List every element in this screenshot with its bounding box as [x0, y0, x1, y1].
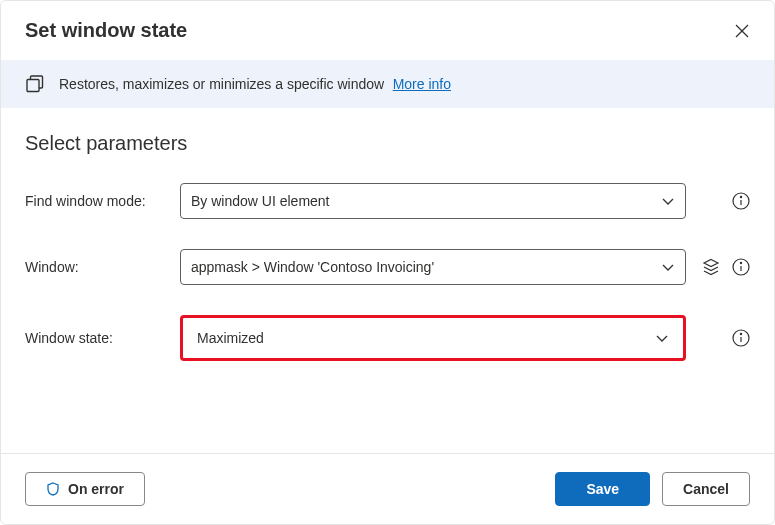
dropdown-find-mode[interactable]: By window UI element	[180, 183, 686, 219]
layers-icon[interactable]	[702, 258, 720, 276]
svg-rect-3	[27, 80, 39, 92]
dialog-header: Set window state	[1, 1, 774, 60]
banner-text: Restores, maximizes or minimizes a speci…	[59, 76, 384, 92]
shield-icon	[46, 482, 60, 496]
label-window-state: Window state:	[25, 330, 180, 346]
save-label: Save	[586, 481, 619, 497]
save-button[interactable]: Save	[555, 472, 650, 506]
info-banner: Restores, maximizes or minimizes a speci…	[1, 60, 774, 108]
banner-text-wrap: Restores, maximizes or minimizes a speci…	[59, 75, 451, 93]
on-error-button[interactable]: On error	[25, 472, 145, 506]
cancel-button[interactable]: Cancel	[662, 472, 750, 506]
row-actions-find-mode	[700, 192, 750, 210]
row-find-mode: Find window mode: By window UI element	[25, 183, 750, 219]
chevron-down-icon	[655, 331, 669, 345]
chevron-down-icon	[661, 260, 675, 274]
cancel-label: Cancel	[683, 481, 729, 497]
dropdown-window-state[interactable]: Maximized	[180, 315, 686, 361]
row-window: Window: appmask > Window 'Contoso Invoic…	[25, 249, 750, 285]
label-window: Window:	[25, 259, 180, 275]
dialog-footer: On error Save Cancel	[1, 453, 774, 524]
dropdown-find-mode-value: By window UI element	[191, 193, 330, 209]
info-icon[interactable]	[732, 192, 750, 210]
dialog-title: Set window state	[25, 19, 187, 42]
svg-point-10	[740, 262, 741, 263]
dropdown-window-state-value: Maximized	[197, 330, 264, 346]
section-title: Select parameters	[25, 132, 750, 155]
chevron-down-icon	[661, 194, 675, 208]
more-info-link[interactable]: More info	[393, 76, 451, 92]
row-actions-window-state	[700, 329, 750, 347]
window-restore-icon	[25, 74, 45, 94]
footer-right: Save Cancel	[555, 472, 750, 506]
dialog-content: Select parameters Find window mode: By w…	[1, 108, 774, 453]
svg-marker-7	[704, 260, 718, 267]
info-icon[interactable]	[732, 258, 750, 276]
on-error-label: On error	[68, 481, 124, 497]
row-actions-window	[700, 258, 750, 276]
svg-point-13	[740, 333, 741, 334]
svg-point-6	[740, 196, 741, 197]
row-window-state: Window state: Maximized	[25, 315, 750, 361]
dropdown-window-value: appmask > Window 'Contoso Invoicing'	[191, 259, 434, 275]
label-find-mode: Find window mode:	[25, 193, 180, 209]
dropdown-window[interactable]: appmask > Window 'Contoso Invoicing'	[180, 249, 686, 285]
info-icon[interactable]	[732, 329, 750, 347]
close-icon[interactable]	[734, 23, 750, 39]
